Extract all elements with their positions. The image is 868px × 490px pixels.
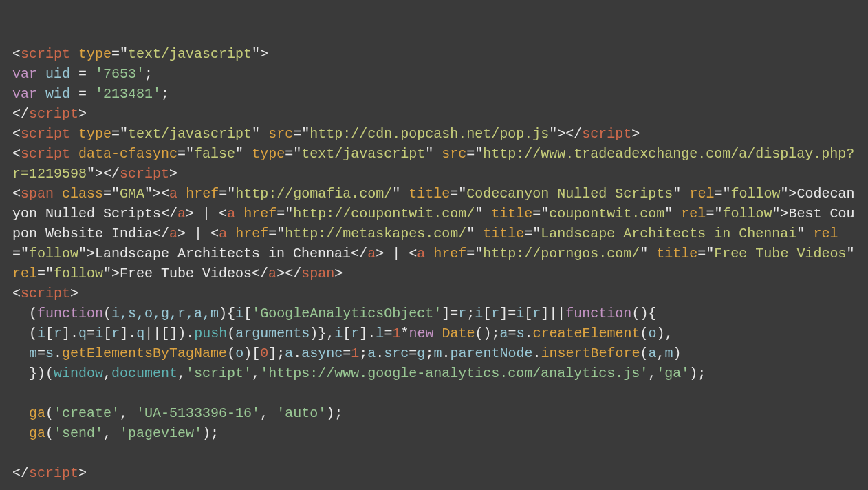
attr-type: text/javascript xyxy=(128,46,252,62)
var-wid: wid xyxy=(45,86,70,102)
uid-value: '7653' xyxy=(95,66,144,82)
ga-ua: 'UA-5133396-16' xyxy=(136,405,260,421)
popcash-src: http://cdn.popcash.net/pop.js xyxy=(310,126,549,142)
link3-text: Landscape Architects in Chennai xyxy=(95,246,351,262)
link4-text: Free Tube Videos xyxy=(120,266,252,281)
var-uid: uid xyxy=(45,66,70,82)
wid-value: '213481' xyxy=(95,86,161,102)
code-editor: <script type="text/javascript"> var uid … xyxy=(12,44,856,483)
ga-url: 'https://www.google-analytics.com/analyt… xyxy=(260,365,648,381)
